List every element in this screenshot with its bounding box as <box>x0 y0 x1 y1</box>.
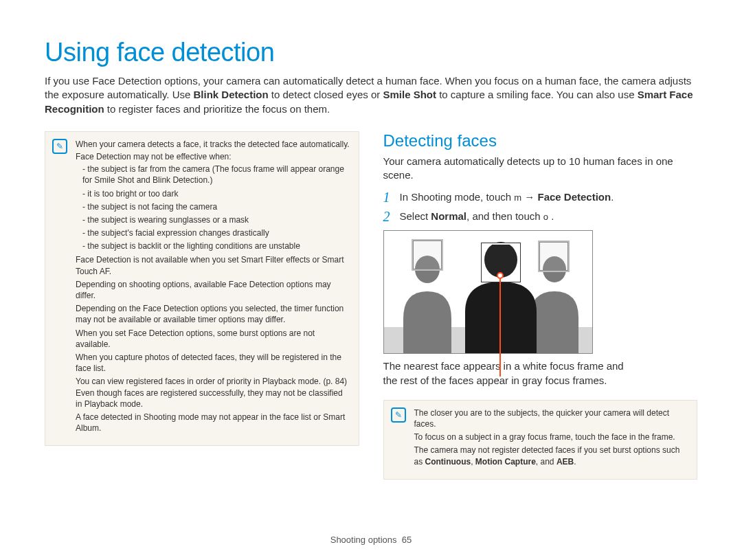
footer-section: Shooting options <box>330 535 397 545</box>
note-icon: ✎ <box>391 407 406 423</box>
section-desc: Your camera automatically detects up to … <box>383 155 698 183</box>
note-sub-item: the subject is backlit or the lighting c… <box>82 240 350 251</box>
note-item: The closer you are to the subjects, the … <box>414 407 689 429</box>
note-box-left: ✎ When your camera detects a face, it tr… <box>45 131 359 447</box>
page-title: Using face detection <box>45 38 697 67</box>
note-box-right: ✎ The closer you are to the subjects, th… <box>383 400 698 480</box>
note-item: You can view registered faces in order o… <box>76 376 350 410</box>
step-text: In Shooting mode, touch <box>400 191 515 203</box>
step-1: 1 In Shooting mode, touch m → Face Detec… <box>383 190 698 204</box>
step-suffix: . <box>548 210 554 222</box>
step-number: 2 <box>383 210 393 223</box>
step-bold: Face Detection <box>537 191 611 203</box>
focus-frame-gray <box>538 240 570 272</box>
note-item: Depending on the Face Detection options … <box>76 303 350 325</box>
intro-bold-b: Smile Shot <box>383 89 436 100</box>
intro-text-d: to register faces and prioritize the foc… <box>104 103 330 115</box>
page-footer: Shooting options 65 <box>0 535 742 545</box>
note-item: Face Detection is not available when you… <box>76 254 350 276</box>
intro-text-b: to detect closed eyes or <box>269 89 383 100</box>
step-mid: , and then touch <box>466 210 543 222</box>
footer-page: 65 <box>402 535 412 545</box>
illustration-caption: The nearest face appears in a white focu… <box>383 359 698 388</box>
note-sub-item: the subject is wearing sunglasses or a m… <box>82 214 350 225</box>
note-item: The camera may not register detected fac… <box>414 445 689 467</box>
caption-line: The nearest face appears in a white focu… <box>383 360 624 372</box>
arrow: → <box>521 191 537 203</box>
caption-line: the rest of the faces appear in gray foc… <box>383 374 607 386</box>
ok-icon: o <box>543 212 548 223</box>
note-sub-item: the subject is far from the camera (The … <box>82 164 350 186</box>
intro-paragraph: If you use Face Detection options, your … <box>45 74 697 116</box>
note-item: Face Detection may not be effective when… <box>76 151 350 162</box>
section-title: Detecting faces <box>383 131 698 150</box>
menu-icon: m <box>514 192 521 204</box>
step-text: Select <box>400 210 431 222</box>
note-item: To focus on a subject in a gray focus fr… <box>414 432 689 443</box>
step-suffix: . <box>611 191 614 203</box>
step-number: 1 <box>383 190 393 204</box>
face-detection-illustration <box>383 230 593 354</box>
step-bold: Normal <box>431 210 466 222</box>
note-item: When you capture photos of detected face… <box>76 352 350 374</box>
callout-line <box>499 275 501 377</box>
note-sub-item: the subject is not facing the camera <box>82 201 350 212</box>
note-item: A face detected in Shooting mode may not… <box>76 412 350 434</box>
note-item: Depending on shooting options, available… <box>76 279 350 301</box>
note-sub-item: it is too bright or too dark <box>82 188 350 199</box>
intro-bold-a: Blink Detection <box>194 89 269 100</box>
note-item: When your camera detects a face, it trac… <box>76 139 350 150</box>
step-2: 2 Select Normal, and then touch o . <box>383 210 698 223</box>
intro-text-c: to capture a smiling face. You can also … <box>436 89 638 100</box>
focus-frame-gray <box>412 239 443 271</box>
note-item: When you set Face Detection options, som… <box>76 328 350 350</box>
note-sub-item: the subject's facial expression changes … <box>82 227 350 238</box>
note-icon: ✎ <box>52 139 67 154</box>
callout-dot <box>497 272 504 279</box>
